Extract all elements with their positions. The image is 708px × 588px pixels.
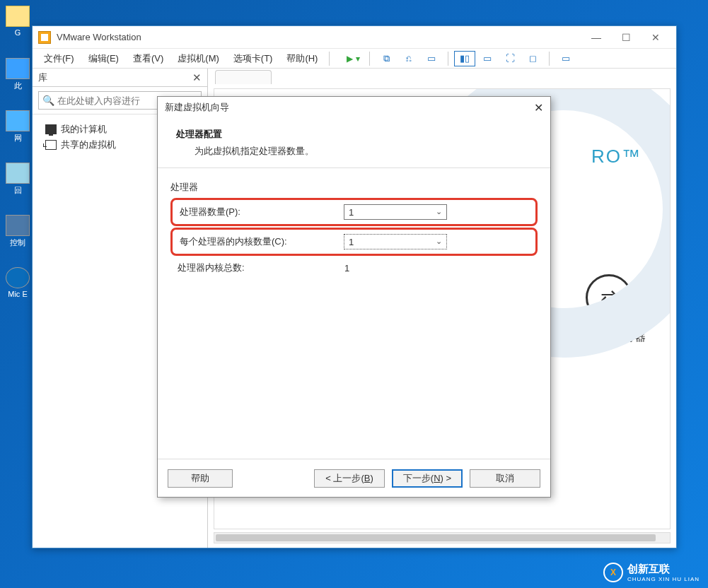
menu-file[interactable]: 文件(F) <box>37 50 81 67</box>
sidebar-header: 库 ✕ <box>33 69 207 87</box>
pro-badge: RO™ <box>591 146 642 167</box>
dialog-titlebar: 新建虚拟机向导 ✕ <box>158 97 550 118</box>
help-button[interactable]: 帮助 <box>168 469 233 488</box>
controlpanel-icon[interactable]: 控制 <box>2 215 33 254</box>
processor-count-select[interactable]: 1⌄ <box>344 204 447 220</box>
back-button[interactable]: < 上一步(B) <box>314 469 385 488</box>
processors-group-label: 处理器 <box>170 181 538 194</box>
total-cores-label: 处理器内核总数: <box>178 261 342 274</box>
dialog-header: 处理器配置 为此虚拟机指定处理器数量。 <box>158 118 550 168</box>
cores-per-processor-select[interactable]: 1⌄ <box>344 234 447 249</box>
cores-per-processor-label: 每个处理器的内核数量(C): <box>180 235 344 248</box>
shared-icon <box>45 140 57 150</box>
remote-server-icon: ⇄ <box>586 274 632 321</box>
edge-icon[interactable]: Mic E <box>2 267 33 307</box>
processor-count-label: 处理器数量(P): <box>180 206 344 218</box>
close-button[interactable]: ✕ <box>641 27 671 48</box>
computer-icon <box>45 124 57 134</box>
dialog-close-icon[interactable]: ✕ <box>534 101 543 114</box>
horizontal-scrollbar[interactable] <box>214 532 671 543</box>
thispc-icon[interactable]: 此 <box>2 58 33 98</box>
toolbar: ▶ ▾ ⧉ ⎌ ▭ ▮▯ ▭ ⛶ ◻ ▭ <box>342 51 576 66</box>
watermark: X 创新互联 CHUANG XIN HU LIAN <box>603 563 700 582</box>
chevron-down-icon: ⌄ <box>436 207 442 216</box>
folder-icon[interactable]: G <box>2 6 33 45</box>
menu-bar: 文件(F) 编辑(E) 查看(V) 虚拟机(M) 选项卡(T) 帮助(H) ▶ … <box>33 49 676 69</box>
app-logo-icon <box>38 31 51 44</box>
processor-count-row-highlight: 处理器数量(P): 1⌄ <box>170 198 538 226</box>
watermark-logo-icon: X <box>603 563 623 582</box>
dialog-heading: 处理器配置 <box>176 128 532 141</box>
chevron-down-icon: ⌄ <box>436 237 442 246</box>
cancel-button[interactable]: 取消 <box>470 469 540 488</box>
maximize-button[interactable]: ☐ <box>611 27 641 48</box>
recyclebin-icon[interactable]: 回 <box>2 163 33 202</box>
next-button[interactable]: 下一步(N) > <box>392 469 463 488</box>
thumbnail-icon[interactable]: ▭ <box>477 51 498 66</box>
new-tab-icon[interactable]: ▭ <box>555 51 576 66</box>
network-icon[interactable]: 网 <box>2 110 33 150</box>
title-bar: VMware Workstation — ☐ ✕ <box>33 26 676 49</box>
sidebar-close-icon[interactable]: ✕ <box>192 71 202 84</box>
sidebar-toggle-icon[interactable]: ▮▯ <box>454 51 475 66</box>
total-cores-row: 处理器内核总数: 1 <box>170 257 538 278</box>
dialog-body: 处理器 处理器数量(P): 1⌄ 每个处理器的内核数量(C): 1⌄ 处理器内核… <box>158 168 550 459</box>
menu-view[interactable]: 查看(V) <box>126 50 170 67</box>
home-tab[interactable] <box>215 70 272 84</box>
connect-remote-server[interactable]: ⇄ 连接远程服务器 <box>571 274 646 344</box>
dialog-subheading: 为此虚拟机指定处理器数量。 <box>176 145 532 158</box>
desktop-icons: G 此 网 回 控制 Mic E <box>0 0 35 588</box>
snapshot-icon[interactable]: ⧉ <box>376 51 397 66</box>
unity-icon[interactable]: ◻ <box>522 51 543 66</box>
fullscreen-icon[interactable]: ⛶ <box>499 51 521 66</box>
snapshot-manage-icon[interactable]: ⎌ <box>398 51 419 66</box>
dialog-footer: 帮助 < 上一步(B) 下一步(N) > 取消 <box>158 459 550 497</box>
menu-edit[interactable]: 编辑(E) <box>81 50 126 67</box>
search-icon: 🔍 <box>42 95 54 106</box>
total-cores-value: 1 <box>342 263 349 274</box>
cores-per-processor-row-highlight: 每个处理器的内核数量(C): 1⌄ <box>170 228 538 256</box>
menu-tabs[interactable]: 选项卡(T) <box>226 50 280 67</box>
minimize-button[interactable]: — <box>581 27 611 48</box>
menu-help[interactable]: 帮助(H) <box>279 50 325 67</box>
new-vm-wizard-dialog: 新建虚拟机向导 ✕ 处理器配置 为此虚拟机指定处理器数量。 处理器 处理器数量(… <box>157 96 551 498</box>
menu-vm[interactable]: 虚拟机(M) <box>170 50 226 67</box>
poweron-icon[interactable]: ▶ ▾ <box>342 51 364 66</box>
fit-icon[interactable]: ▭ <box>421 51 442 66</box>
window-title: VMware Workstation <box>57 32 581 42</box>
